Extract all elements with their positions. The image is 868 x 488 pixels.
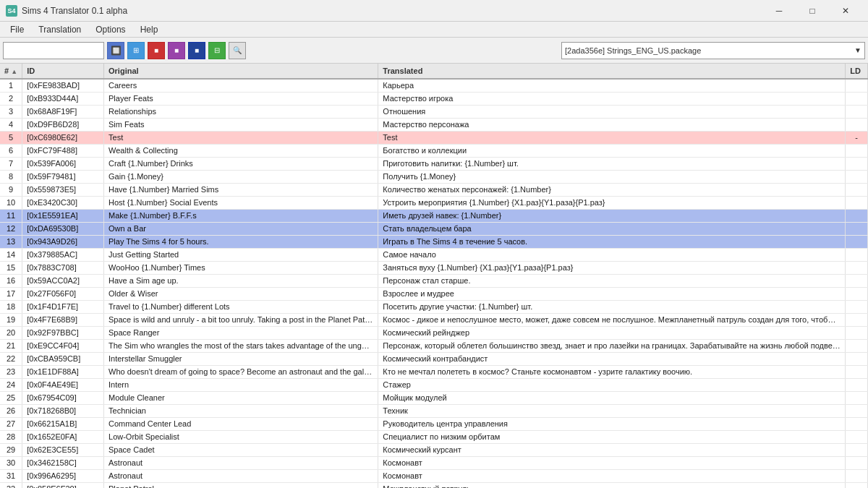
file-selector[interactable]: [2ada356e] Strings_ENG_US.package ▼ (561, 42, 865, 59)
cell-translated: Получить {1.Money} (378, 170, 846, 183)
cell-original: Space Cadet (104, 443, 378, 456)
cell-original: Play The Sims 4 for 5 hours. (104, 235, 378, 248)
cell-num: 5 (0, 131, 22, 144)
cell-id: [0x1E1DF88A] (22, 365, 104, 378)
toolbar-btn-red[interactable]: ■ (148, 42, 165, 59)
cell-num: 31 (0, 469, 22, 482)
cell-id: [0x996A6295] (22, 469, 104, 482)
app-title: Sims 4 Translator 0.1 alpha (22, 6, 762, 16)
table-row[interactable]: 21[0xE9CC4F04]The Sim who wrangles the m… (0, 339, 868, 352)
table-row[interactable]: 26[0x718268B0]TechnicianТехник (0, 404, 868, 417)
cell-ld (846, 456, 868, 469)
cell-id: [0x7883C708] (22, 261, 104, 274)
cell-num: 24 (0, 378, 22, 391)
table-row[interactable]: 6[0xFC79F488]Wealth & CollectingБогатств… (0, 144, 868, 157)
menu-file[interactable]: File (3, 22, 31, 38)
table-row[interactable]: 15[0x7883C708]WooHoo {1.Number} TimesЗан… (0, 261, 868, 274)
table-row[interactable]: 27[0x66215A1B]Command Center LeadРуковод… (0, 417, 868, 430)
toolbar-btn-green[interactable]: ⊟ (208, 42, 226, 59)
table-row[interactable]: 8[0x59F79481]Gain {1.Money}Получить {1.M… (0, 170, 868, 183)
cell-original: Module Cleaner (104, 391, 378, 404)
table-row[interactable]: 11[0x1E5591EA]Make {1.Number} B.F.F.sИме… (0, 209, 868, 222)
table-row[interactable]: 18[0x1F4D1F7E]Travel to {1.Number} diffe… (0, 300, 868, 313)
cell-original: Just Getting Started (104, 248, 378, 261)
toolbar-btn-icon[interactable]: 🔲 (107, 42, 124, 59)
cell-num: 15 (0, 261, 22, 274)
table-row[interactable]: 31[0x996A6295]AstronautКосмонавт (0, 469, 868, 482)
cell-id: [0xCBA959CB] (22, 352, 104, 365)
cell-num: 10 (0, 196, 22, 209)
toolbar-btn-purple[interactable]: ■ (168, 42, 185, 59)
cell-num: 4 (0, 118, 22, 131)
cell-original: Interstellar Smuggler (104, 352, 378, 365)
cell-original: Careers (104, 79, 378, 92)
cell-num: 25 (0, 391, 22, 404)
cell-num: 1 (0, 79, 22, 92)
cell-num: 9 (0, 183, 22, 196)
cell-original: Intern (104, 378, 378, 391)
table-row[interactable]: 4[0xD9FB6D28]Sim FeatsМастерство персона… (0, 118, 868, 131)
menu-options[interactable]: Options (88, 22, 132, 38)
cell-translated: Самое начало (378, 248, 846, 261)
table-row[interactable]: 25[0x67954C09]Module CleanerМойщик модул… (0, 391, 868, 404)
cell-translated: Карьера (378, 79, 846, 92)
cell-num: 14 (0, 248, 22, 261)
table-row[interactable]: 7[0x539FA006]Craft {1.Number} DrinksПриг… (0, 157, 868, 170)
cell-ld: - (846, 131, 868, 144)
table-row[interactable]: 29[0x62E3CE55]Space CadetКосмический кур… (0, 443, 868, 456)
cell-num: 3 (0, 105, 22, 118)
maximize-button[interactable]: □ (796, 0, 829, 22)
toolbar-btn-search[interactable]: 🔍 (229, 42, 246, 59)
cell-num: 12 (0, 222, 22, 235)
minimize-button[interactable]: ─ (762, 0, 796, 22)
cell-ld (846, 365, 868, 378)
toolbar-btn-grid[interactable]: ⊞ (127, 42, 145, 59)
cell-num: 22 (0, 352, 22, 365)
table-row[interactable]: 16[0x59ACC0A2]Have a Sim age up.Персонаж… (0, 274, 868, 287)
table-row[interactable]: 12[0xDA69530B]Own a BarСтать владельцем … (0, 222, 868, 235)
cell-translated: Мастерство игрока (378, 92, 846, 105)
cell-original: Astronaut (104, 469, 378, 482)
toolbar-btn-darkblue[interactable]: ■ (188, 42, 205, 59)
cell-ld (846, 300, 868, 313)
table-row[interactable]: 3[0x68A8F19F]RelationshipsОтношения (0, 105, 868, 118)
table-row[interactable]: 28[0x1652E0FA]Low-Orbit SpecialistСпециа… (0, 430, 868, 443)
table-row[interactable]: 13[0x943A9D26]Play The Sims 4 for 5 hour… (0, 235, 868, 248)
cell-translated: Персонаж стал старше. (378, 274, 846, 287)
table-row[interactable]: 20[0x92F97BBC]Space RangerКосмический ре… (0, 326, 868, 339)
table-row[interactable]: 23[0x1E1DF88A]Who doesn't dream of going… (0, 365, 868, 378)
cell-original: Have {1.Number} Married Sims (104, 183, 378, 196)
cell-id: [0xDA69530B] (22, 222, 104, 235)
data-table-container[interactable]: # ▲ ID Original Translated LD 1[0xFE983B… (0, 64, 868, 488)
title-bar: S4 Sims 4 Translator 0.1 alpha ─ □ ✕ (0, 0, 868, 22)
cell-id: [0x0F4AE49E] (22, 378, 104, 391)
table-row[interactable]: 32[0x858E6F20]Planet PatrolМежпланетный … (0, 482, 868, 488)
menu-help[interactable]: Help (133, 22, 166, 38)
cell-ld (846, 261, 868, 274)
table-row[interactable]: 14[0x379885AC]Just Getting StartedСамое … (0, 248, 868, 261)
cell-translated: Количество женатых персонажей: {1.Number… (378, 183, 846, 196)
table-row[interactable]: 19[0x4F7E68B9]Space is wild and unruly -… (0, 313, 868, 326)
table-row[interactable]: 24[0x0F4AE49E]InternСтажер (0, 378, 868, 391)
cell-original: Wealth & Collecting (104, 144, 378, 157)
cell-id: [0xC6980E62] (22, 131, 104, 144)
cell-original: Space Ranger (104, 326, 378, 339)
cell-original: Relationships (104, 105, 378, 118)
cell-id: [0x27F056F0] (22, 287, 104, 300)
cell-original: Sim Feats (104, 118, 378, 131)
menu-translation[interactable]: Translation (31, 22, 88, 38)
search-input[interactable] (3, 42, 104, 59)
table-row[interactable]: 10[0xE3420C30]Host {1.Number} Social Eve… (0, 196, 868, 209)
window-controls: ─ □ ✕ (762, 0, 862, 22)
close-button[interactable]: ✕ (829, 0, 862, 22)
table-row[interactable]: 5[0xC6980E62]TestTest- (0, 131, 868, 144)
table-row[interactable]: 17[0x27F056F0]Older & WiserВзрослее и му… (0, 287, 868, 300)
table-row[interactable]: 1[0xFE983BAD]CareersКарьера (0, 79, 868, 92)
table-row[interactable]: 30[0x3462158C]AstronautКосмонавт (0, 456, 868, 469)
table-row[interactable]: 2[0xB933D44A]Player FeatsМастерство игро… (0, 92, 868, 105)
table-row[interactable]: 9[0x559873E5]Have {1.Number} Married Sim… (0, 183, 868, 196)
col-header-original: Original (104, 64, 378, 79)
cell-num: 17 (0, 287, 22, 300)
table-row[interactable]: 22[0xCBA959CB]Interstellar SmugglerКосми… (0, 352, 868, 365)
cell-translated: Персонаж, который облетел большинство зв… (378, 339, 846, 352)
